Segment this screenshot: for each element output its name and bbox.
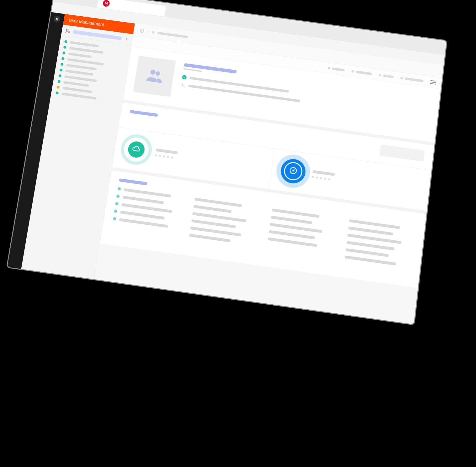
action-item[interactable] — [351, 70, 372, 75]
rail-logo-icon[interactable]: M — [53, 16, 61, 23]
status-dot-icon — [113, 217, 116, 220]
people-icon — [145, 66, 165, 87]
details-col-1 — [112, 187, 183, 235]
profile-subtitle-placeholder — [183, 68, 202, 72]
details-col-3 — [267, 208, 338, 257]
status-dot-icon — [61, 57, 65, 60]
status-dot-icon — [57, 80, 61, 83]
status-dot-icon — [61, 63, 64, 66]
user-search-icon — [65, 28, 71, 34]
placeholder-line — [312, 170, 335, 176]
status-dot-icon — [117, 187, 121, 191]
person-cog-icon — [181, 83, 186, 87]
status-dot-icon — [56, 86, 60, 89]
status-dot-icon — [115, 202, 119, 205]
action-item[interactable] — [378, 74, 394, 78]
breadcrumb-node-icon[interactable] — [152, 31, 155, 34]
placeholder-dots — [312, 176, 334, 181]
avatar — [133, 56, 176, 97]
status-dot-icon — [63, 46, 66, 49]
svg-point-2 — [182, 84, 183, 85]
check-icon — [182, 75, 187, 80]
action-item[interactable] — [400, 76, 424, 82]
storage-meta — [155, 148, 178, 159]
hamburger-menu-icon[interactable] — [430, 80, 436, 84]
speedometer-icon — [288, 165, 299, 177]
transfer-meta — [312, 170, 335, 181]
shield-icon — [139, 28, 145, 34]
sort-toggle[interactable]: ▲▼ — [124, 36, 130, 42]
status-dot-icon — [56, 92, 59, 95]
action-item[interactable] — [328, 67, 345, 71]
status-dot-icon — [62, 51, 66, 55]
svg-point-1 — [68, 32, 70, 33]
svg-point-0 — [66, 29, 68, 31]
profile-role-line — [181, 83, 429, 121]
cloud-icon — [131, 144, 142, 155]
user-list — [50, 36, 131, 107]
svg-point-5 — [293, 170, 294, 171]
details-col-4 — [345, 219, 416, 268]
status-dot-icon — [114, 209, 118, 213]
details-col-2 — [189, 198, 261, 246]
storage-gauge — [122, 136, 151, 163]
status-dot-icon — [116, 195, 120, 198]
details-title-placeholder — [119, 178, 148, 185]
breadcrumb-current[interactable] — [157, 32, 188, 38]
section-title-placeholder — [130, 110, 158, 117]
status-dot-icon — [58, 74, 61, 77]
profile-name-placeholder — [184, 63, 237, 73]
browser-window: M M User Management — [6, 0, 447, 325]
placeholder-dots — [155, 154, 177, 159]
status-dot-icon — [64, 40, 67, 43]
section-action-button[interactable] — [379, 144, 425, 162]
mega-logo-icon: M — [102, 0, 110, 7]
status-dot-icon — [59, 68, 62, 71]
breadcrumb-separator-icon: › — [147, 29, 149, 34]
transfer-gauge — [279, 157, 307, 185]
main-panel: › — [94, 24, 443, 324]
placeholder-line — [156, 148, 178, 154]
